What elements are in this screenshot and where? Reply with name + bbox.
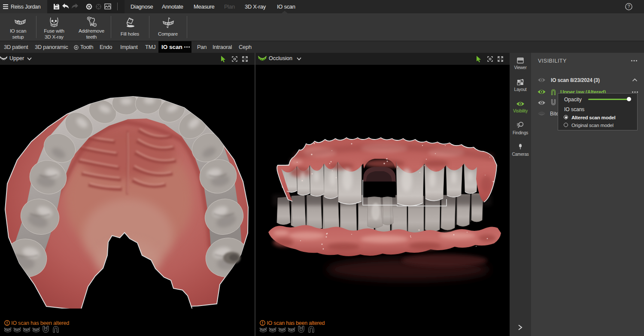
svg-text:?: ? bbox=[628, 4, 630, 9]
svg-text:AI: AI bbox=[18, 21, 19, 23]
